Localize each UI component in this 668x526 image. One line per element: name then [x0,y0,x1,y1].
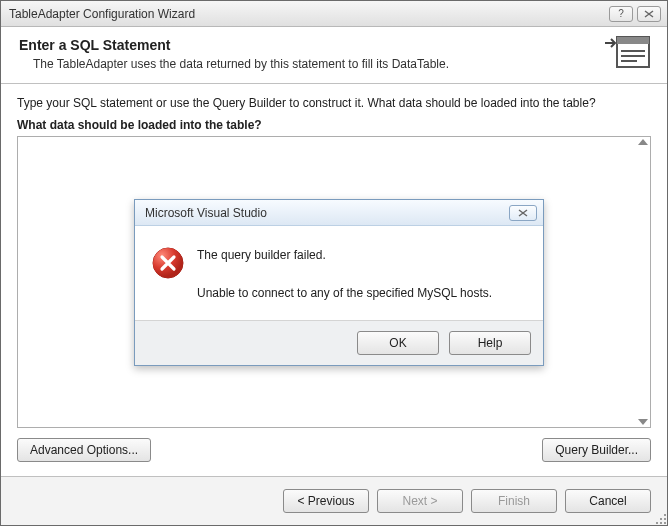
page-title: Enter a SQL Statement [19,37,651,53]
finish-button[interactable]: Finish [471,489,557,513]
wizard-footer: < Previous Next > Finish Cancel [1,476,667,525]
scroll-up-icon[interactable] [638,139,648,145]
cancel-button[interactable]: Cancel [565,489,651,513]
ok-button[interactable]: OK [357,331,439,355]
dialog-message-line2: Unable to connect to any of the specifie… [197,284,492,303]
dialog-close-button[interactable] [509,205,537,221]
close-button[interactable] [637,6,661,22]
advanced-options-button[interactable]: Advanced Options... [17,438,151,462]
help-button[interactable]: ? [609,6,633,22]
scroll-down-icon[interactable] [638,419,648,425]
dialog-footer: OK Help [135,320,543,365]
help-dialog-button[interactable]: Help [449,331,531,355]
page-subtitle: The TableAdapter uses the data returned … [19,57,651,71]
error-icon [151,246,185,280]
dialog-body: The query builder failed. Unable to conn… [135,226,543,320]
wizard-header: Enter a SQL Statement The TableAdapter u… [1,27,667,84]
instruction-text: Type your SQL statement or use the Query… [17,96,651,110]
previous-button[interactable]: < Previous [283,489,369,513]
error-dialog: Microsoft Visual Studio The query bu [134,199,544,366]
dialog-titlebar: Microsoft Visual Studio [135,200,543,226]
data-window-icon [605,35,651,74]
next-button[interactable]: Next > [377,489,463,513]
dialog-message: The query builder failed. Unable to conn… [197,246,492,304]
dialog-title: Microsoft Visual Studio [145,206,509,220]
dialog-message-line1: The query builder failed. [197,246,492,265]
titlebar: TableAdapter Configuration Wizard ? [1,1,667,27]
window-title: TableAdapter Configuration Wizard [9,7,605,21]
resize-handle[interactable] [654,512,666,524]
query-builder-button[interactable]: Query Builder... [542,438,651,462]
svg-rect-1 [617,37,649,44]
question-label: What data should be loaded into the tabl… [17,118,651,132]
options-row: Advanced Options... Query Builder... [17,438,651,462]
